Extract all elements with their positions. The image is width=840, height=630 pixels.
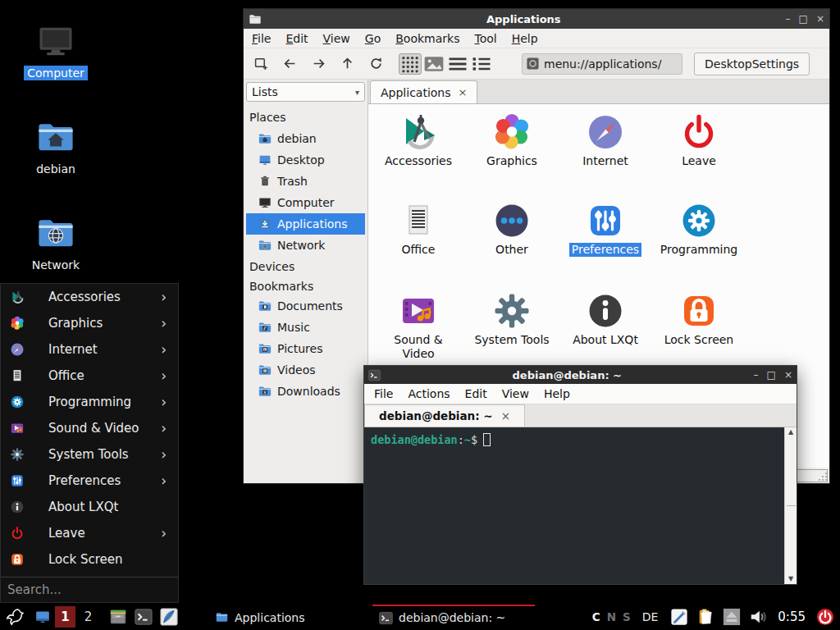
menu-item-internet[interactable]: Internet › (1, 336, 178, 363)
menu-item-programming[interactable]: Programming › (1, 389, 178, 415)
terminal-scrollbar[interactable]: ▲ ▼ (784, 427, 797, 584)
tray-volume[interactable] (748, 607, 768, 627)
menu-item-leave[interactable]: Leave › (1, 520, 178, 546)
menu-item-about-lxqt[interactable]: About LXQt (1, 494, 178, 520)
computer-icon (34, 20, 77, 62)
main-menu-button[interactable] (5, 607, 25, 627)
leave-button[interactable] (815, 607, 835, 627)
menu-go[interactable]: Go (365, 32, 381, 45)
thumbnail-view-button[interactable] (422, 53, 445, 75)
resize-grip[interactable] (818, 472, 828, 482)
sidebar-item-network[interactable]: Network (246, 235, 365, 256)
tab-close-icon[interactable]: × (501, 409, 510, 422)
menu-edit[interactable]: Edit (285, 32, 308, 45)
maximize-button[interactable]: □ (799, 14, 808, 24)
grid-item-other[interactable]: Other (465, 201, 559, 291)
grid-item-preferences[interactable]: Preferences (559, 201, 652, 291)
close-button[interactable]: × (784, 370, 792, 380)
videos-folder-icon (258, 363, 272, 377)
menu-actions[interactable]: Actions (408, 387, 450, 400)
close-button[interactable]: × (816, 14, 824, 24)
grid-item-graphics[interactable]: Graphics (465, 112, 559, 201)
sidebar-mode-combobox[interactable]: Lists ▾ (246, 82, 365, 102)
terminal-titlebar[interactable]: debian@debian: ~ – □ × (364, 366, 797, 384)
menu-bookmarks[interactable]: Bookmarks (395, 32, 459, 45)
sidebar-item-applications[interactable]: Applications (246, 213, 365, 235)
workspace-2-button[interactable]: 2 (78, 606, 98, 628)
forward-button[interactable] (308, 53, 329, 75)
menu-view[interactable]: View (323, 32, 350, 45)
menu-item-lock-screen[interactable]: Lock Screen (1, 546, 178, 573)
grid-item-programming[interactable]: Programming (652, 201, 746, 291)
menu-item-accessories[interactable]: Accessories › (1, 284, 178, 310)
menu-tool[interactable]: Tool (474, 32, 496, 45)
menu-item-preferences[interactable]: Preferences › (1, 468, 178, 494)
desktop-settings-button[interactable]: DesktopSettings (694, 52, 810, 75)
quicklaunch-file-manager[interactable] (108, 607, 128, 627)
menu-view[interactable]: View (502, 387, 529, 400)
terminal-icon (135, 608, 153, 626)
sidebar-item-downloads[interactable]: Downloads (246, 381, 365, 402)
address-bar[interactable]: menu://applications/ (522, 53, 682, 75)
capslock-indicator[interactable]: C (592, 610, 600, 623)
menu-file[interactable]: File (374, 387, 393, 400)
menu-item-graphics[interactable]: Graphics › (1, 310, 178, 336)
desktop-icon-debian[interactable]: debian (11, 116, 101, 176)
terminal-screen[interactable]: debian@debian:~$ (364, 427, 784, 584)
menu-help[interactable]: Help (512, 32, 538, 45)
sidebar-item-desktop[interactable]: Desktop (246, 149, 365, 171)
grid-item-internet[interactable]: Internet (559, 112, 652, 201)
icon-view-button[interactable] (399, 53, 422, 75)
quicklaunch-featherpad[interactable] (159, 607, 179, 627)
back-button[interactable] (279, 53, 300, 75)
file-manager-titlebar[interactable]: Applications – □ × (244, 9, 829, 29)
sidebar-item-computer[interactable]: Computer (246, 192, 365, 213)
quicklaunch-terminal[interactable] (134, 607, 153, 627)
keyboard-layout-indicator[interactable]: DE (642, 610, 659, 623)
sidebar-item-debian[interactable]: debian (246, 128, 365, 149)
menu-search-input[interactable] (1, 582, 178, 597)
menu-help[interactable]: Help (544, 387, 570, 400)
grid-item-office[interactable]: Office (372, 201, 465, 291)
up-button[interactable] (336, 53, 358, 75)
grid-item-leave[interactable]: Leave (652, 112, 746, 201)
scrolllock-indicator[interactable]: S (623, 610, 631, 623)
show-desktop-button[interactable] (33, 607, 52, 627)
sidebar-item-pictures[interactable]: Pictures (246, 338, 365, 359)
address-icon (526, 57, 540, 71)
new-tab-button[interactable] (250, 53, 272, 75)
tab-applications[interactable]: Applications × (370, 80, 477, 103)
menu-edit[interactable]: Edit (465, 387, 487, 400)
menu-item-office[interactable]: Office › (1, 363, 178, 389)
tray-screenshot[interactable] (669, 607, 689, 627)
sidebar-item-documents[interactable]: Documents (246, 295, 365, 317)
scroll-up-icon[interactable]: ▲ (788, 429, 793, 436)
sidebar-item-trash[interactable]: Trash (246, 171, 365, 192)
tray-clipboard[interactable] (696, 607, 715, 627)
clipboard-icon (696, 608, 714, 626)
scroll-down-icon[interactable]: ▼ (788, 576, 793, 582)
tab-close-icon[interactable]: × (459, 86, 468, 98)
tray-removable-media[interactable] (722, 607, 742, 627)
compact-view-button[interactable] (446, 53, 469, 75)
scrollbar-thumb[interactable] (787, 505, 796, 506)
terminal-tab[interactable]: debian@debian: ~ × (364, 404, 525, 427)
sidebar-item-music[interactable]: Music (246, 317, 365, 338)
minimize-button[interactable]: – (786, 14, 791, 24)
minimize-button[interactable]: – (754, 370, 759, 380)
numlock-indicator[interactable]: N (607, 610, 616, 623)
menu-file[interactable]: File (252, 32, 271, 45)
task-button-terminal[interactable]: debian@debian: ~ (372, 605, 535, 629)
clock[interactable]: 0:55 (778, 609, 806, 624)
grid-item-accessories[interactable]: Accessories (372, 112, 465, 201)
desktop-icon-network[interactable]: Network (11, 212, 101, 272)
maximize-button[interactable]: □ (767, 370, 776, 380)
workspace-1-button[interactable]: 1 (55, 606, 75, 628)
task-button-applications[interactable]: Applications (208, 605, 371, 630)
sidebar-item-videos[interactable]: Videos (246, 359, 365, 381)
detailed-view-button[interactable] (470, 53, 493, 75)
desktop-icon-computer[interactable]: Computer (11, 20, 101, 80)
reload-button[interactable] (365, 53, 386, 75)
menu-item-system-tools[interactable]: System Tools › (1, 441, 178, 468)
menu-item-sound-video[interactable]: Sound & Video › (1, 415, 178, 441)
